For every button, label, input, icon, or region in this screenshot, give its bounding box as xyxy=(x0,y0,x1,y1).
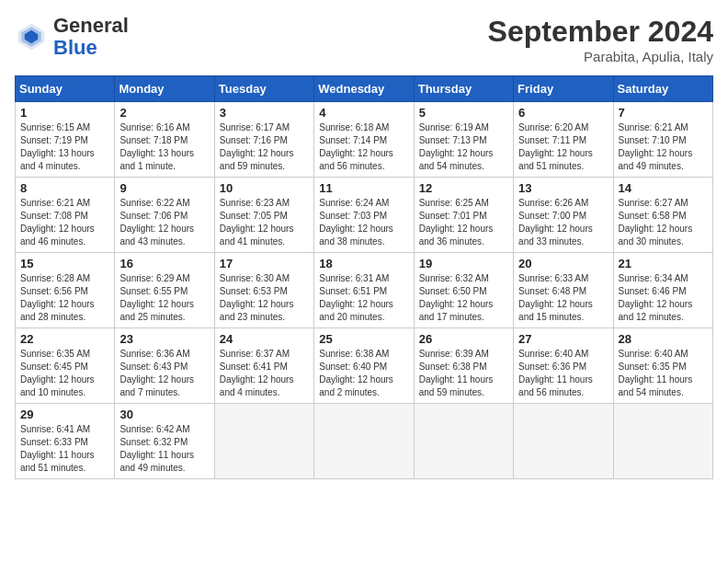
calendar-day-header: Tuesday xyxy=(214,76,313,102)
month-title: September 2024 xyxy=(488,15,713,49)
title-block: September 2024 Parabita, Apulia, Italy xyxy=(488,15,713,64)
day-info: Sunrise: 6:23 AM Sunset: 7:05 PM Dayligh… xyxy=(220,197,309,248)
day-number: 30 xyxy=(119,408,209,421)
calendar-day-header: Sunday xyxy=(16,76,115,102)
day-info: Sunrise: 6:21 AM Sunset: 7:10 PM Dayligh… xyxy=(619,121,708,173)
calendar-day-header: Thursday xyxy=(414,76,513,102)
calendar-day-cell: 17Sunrise: 6:30 AM Sunset: 6:53 PM Dayli… xyxy=(214,253,313,328)
day-info: Sunrise: 6:37 AM Sunset: 6:41 PM Dayligh… xyxy=(220,348,309,399)
day-number: 27 xyxy=(518,332,608,346)
day-number: 13 xyxy=(518,181,608,195)
day-info: Sunrise: 6:18 AM Sunset: 7:14 PM Dayligh… xyxy=(319,121,408,173)
day-number: 15 xyxy=(20,257,109,270)
calendar-body: 1Sunrise: 6:15 AM Sunset: 7:19 PM Daylig… xyxy=(16,102,713,479)
calendar-day-cell: 23Sunrise: 6:36 AM Sunset: 6:43 PM Dayli… xyxy=(115,328,214,404)
day-number: 23 xyxy=(119,332,209,346)
calendar-day-cell: 3Sunrise: 6:17 AM Sunset: 7:16 PM Daylig… xyxy=(214,102,313,178)
calendar-day-cell: 24Sunrise: 6:37 AM Sunset: 6:41 PM Dayli… xyxy=(214,328,313,404)
day-number: 26 xyxy=(419,332,508,346)
calendar-day-cell: 12Sunrise: 6:25 AM Sunset: 7:01 PM Dayli… xyxy=(414,178,513,253)
calendar-day-cell: 2Sunrise: 6:16 AM Sunset: 7:18 PM Daylig… xyxy=(115,102,214,178)
day-info: Sunrise: 6:24 AM Sunset: 7:03 PM Dayligh… xyxy=(319,197,408,248)
calendar-day-cell: 13Sunrise: 6:26 AM Sunset: 7:00 PM Dayli… xyxy=(514,178,613,253)
location: Parabita, Apulia, Italy xyxy=(488,49,713,64)
day-info: Sunrise: 6:42 AM Sunset: 6:32 PM Dayligh… xyxy=(119,423,209,475)
day-info: Sunrise: 6:38 AM Sunset: 6:40 PM Dayligh… xyxy=(319,348,408,399)
day-number: 14 xyxy=(619,181,708,195)
calendar-day-cell: 22Sunrise: 6:35 AM Sunset: 6:45 PM Dayli… xyxy=(16,328,115,404)
calendar-week-row: 8Sunrise: 6:21 AM Sunset: 7:08 PM Daylig… xyxy=(16,178,713,253)
day-number: 9 xyxy=(119,181,209,195)
calendar-week-row: 1Sunrise: 6:15 AM Sunset: 7:19 PM Daylig… xyxy=(16,102,713,178)
calendar-day-cell: 27Sunrise: 6:40 AM Sunset: 6:36 PM Dayli… xyxy=(514,328,613,404)
page-header: General Blue September 2024 Parabita, Ap… xyxy=(15,15,713,64)
day-number: 24 xyxy=(220,332,309,346)
calendar-day-cell: 21Sunrise: 6:34 AM Sunset: 6:46 PM Dayli… xyxy=(613,253,712,328)
calendar-day-cell: 1Sunrise: 6:15 AM Sunset: 7:19 PM Daylig… xyxy=(16,102,115,178)
logo-text: General Blue xyxy=(53,15,129,59)
calendar-day-header: Saturday xyxy=(613,76,712,102)
calendar-day-cell xyxy=(414,404,513,479)
day-number: 28 xyxy=(619,332,708,346)
calendar-week-row: 22Sunrise: 6:35 AM Sunset: 6:45 PM Dayli… xyxy=(16,328,713,404)
calendar-day-header: Friday xyxy=(514,76,613,102)
day-number: 10 xyxy=(220,181,309,195)
day-info: Sunrise: 6:32 AM Sunset: 6:50 PM Dayligh… xyxy=(419,272,508,324)
day-info: Sunrise: 6:17 AM Sunset: 7:16 PM Dayligh… xyxy=(220,121,309,173)
day-number: 22 xyxy=(20,332,109,346)
day-info: Sunrise: 6:33 AM Sunset: 6:48 PM Dayligh… xyxy=(518,272,608,324)
calendar-day-cell: 14Sunrise: 6:27 AM Sunset: 6:58 PM Dayli… xyxy=(613,178,712,253)
calendar-day-cell: 7Sunrise: 6:21 AM Sunset: 7:10 PM Daylig… xyxy=(613,102,712,178)
calendar-day-cell: 30Sunrise: 6:42 AM Sunset: 6:32 PM Dayli… xyxy=(115,404,214,479)
day-number: 6 xyxy=(518,106,608,120)
calendar-table: SundayMondayTuesdayWednesdayThursdayFrid… xyxy=(15,75,713,479)
calendar-day-cell: 15Sunrise: 6:28 AM Sunset: 6:56 PM Dayli… xyxy=(16,253,115,328)
day-info: Sunrise: 6:40 AM Sunset: 6:36 PM Dayligh… xyxy=(518,348,608,399)
calendar-day-cell: 26Sunrise: 6:39 AM Sunset: 6:38 PM Dayli… xyxy=(414,328,513,404)
calendar-day-cell: 28Sunrise: 6:40 AM Sunset: 6:35 PM Dayli… xyxy=(613,328,712,404)
calendar-day-header: Monday xyxy=(115,76,214,102)
day-number: 20 xyxy=(518,257,608,270)
day-number: 29 xyxy=(20,408,109,421)
calendar-day-cell: 8Sunrise: 6:21 AM Sunset: 7:08 PM Daylig… xyxy=(16,178,115,253)
day-info: Sunrise: 6:35 AM Sunset: 6:45 PM Dayligh… xyxy=(20,348,109,399)
calendar-day-cell: 19Sunrise: 6:32 AM Sunset: 6:50 PM Dayli… xyxy=(414,253,513,328)
calendar-day-cell xyxy=(514,404,613,479)
calendar-day-cell: 4Sunrise: 6:18 AM Sunset: 7:14 PM Daylig… xyxy=(314,102,414,178)
day-info: Sunrise: 6:28 AM Sunset: 6:56 PM Dayligh… xyxy=(20,272,109,324)
day-info: Sunrise: 6:16 AM Sunset: 7:18 PM Dayligh… xyxy=(119,121,209,173)
day-number: 18 xyxy=(319,257,408,270)
day-info: Sunrise: 6:31 AM Sunset: 6:51 PM Dayligh… xyxy=(319,272,408,324)
day-info: Sunrise: 6:36 AM Sunset: 6:43 PM Dayligh… xyxy=(119,348,209,399)
calendar-header-row: SundayMondayTuesdayWednesdayThursdayFrid… xyxy=(16,76,713,102)
calendar-week-row: 15Sunrise: 6:28 AM Sunset: 6:56 PM Dayli… xyxy=(16,253,713,328)
day-info: Sunrise: 6:39 AM Sunset: 6:38 PM Dayligh… xyxy=(419,348,508,399)
day-number: 17 xyxy=(220,257,309,270)
calendar-day-cell: 6Sunrise: 6:20 AM Sunset: 7:11 PM Daylig… xyxy=(514,102,613,178)
day-info: Sunrise: 6:34 AM Sunset: 6:46 PM Dayligh… xyxy=(619,272,708,324)
day-info: Sunrise: 6:22 AM Sunset: 7:06 PM Dayligh… xyxy=(119,197,209,248)
calendar-day-cell xyxy=(214,404,313,479)
day-info: Sunrise: 6:21 AM Sunset: 7:08 PM Dayligh… xyxy=(20,197,109,248)
day-info: Sunrise: 6:40 AM Sunset: 6:35 PM Dayligh… xyxy=(619,348,708,399)
day-number: 7 xyxy=(619,106,708,120)
day-info: Sunrise: 6:26 AM Sunset: 7:00 PM Dayligh… xyxy=(518,197,608,248)
calendar-day-cell: 16Sunrise: 6:29 AM Sunset: 6:55 PM Dayli… xyxy=(115,253,214,328)
calendar-day-cell: 5Sunrise: 6:19 AM Sunset: 7:13 PM Daylig… xyxy=(414,102,513,178)
day-info: Sunrise: 6:41 AM Sunset: 6:33 PM Dayligh… xyxy=(20,423,109,475)
day-info: Sunrise: 6:30 AM Sunset: 6:53 PM Dayligh… xyxy=(220,272,309,324)
day-number: 19 xyxy=(419,257,508,270)
calendar-day-cell: 18Sunrise: 6:31 AM Sunset: 6:51 PM Dayli… xyxy=(314,253,414,328)
day-info: Sunrise: 6:19 AM Sunset: 7:13 PM Dayligh… xyxy=(419,121,508,173)
calendar-day-cell xyxy=(314,404,414,479)
calendar-day-cell: 10Sunrise: 6:23 AM Sunset: 7:05 PM Dayli… xyxy=(214,178,313,253)
calendar-day-cell: 29Sunrise: 6:41 AM Sunset: 6:33 PM Dayli… xyxy=(16,404,115,479)
day-info: Sunrise: 6:15 AM Sunset: 7:19 PM Dayligh… xyxy=(20,121,109,173)
day-number: 8 xyxy=(20,181,109,195)
calendar-day-header: Wednesday xyxy=(314,76,414,102)
day-info: Sunrise: 6:27 AM Sunset: 6:58 PM Dayligh… xyxy=(619,197,708,248)
day-info: Sunrise: 6:29 AM Sunset: 6:55 PM Dayligh… xyxy=(119,272,209,324)
day-info: Sunrise: 6:20 AM Sunset: 7:11 PM Dayligh… xyxy=(518,121,608,173)
day-number: 5 xyxy=(419,106,508,120)
day-info: Sunrise: 6:25 AM Sunset: 7:01 PM Dayligh… xyxy=(419,197,508,248)
